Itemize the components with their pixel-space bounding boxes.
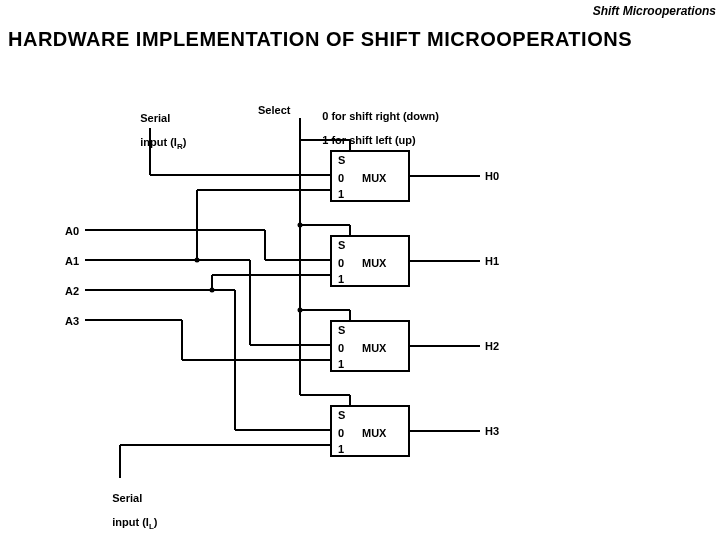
section-label: Shift Microoperations [593,4,716,18]
svg-point-38 [195,258,200,263]
page-title: HARDWARE IMPLEMENTATION OF SHIFT MICROOP… [8,28,632,51]
shift-diagram: Serial input (IR) Select 0 for shift rig… [0,70,720,540]
wiring [0,70,720,540]
svg-point-39 [210,288,215,293]
svg-point-37 [298,308,303,313]
svg-point-36 [298,223,303,228]
